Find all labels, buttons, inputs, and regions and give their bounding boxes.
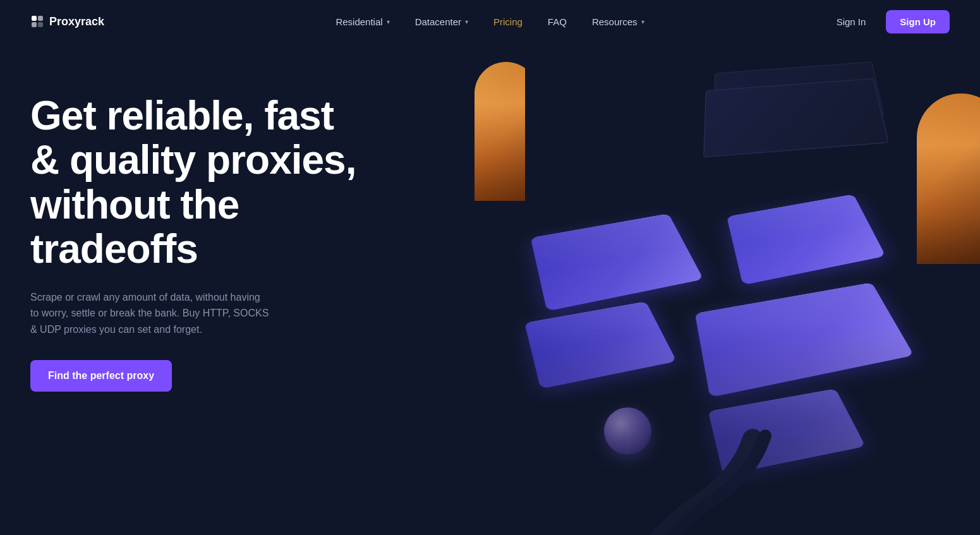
cta-button[interactable]: Find the perfect proxy (30, 360, 172, 392)
navbar: Proxyrack Residential ▾ Datacenter ▾ Pri… (0, 0, 980, 43)
arch-left (475, 62, 525, 201)
nav-residential[interactable]: Residential ▾ (325, 11, 399, 32)
nav-pricing[interactable]: Pricing (483, 11, 533, 32)
hero-3d-scene (361, 43, 980, 535)
arch-right-shape (917, 93, 980, 264)
logo-icon (30, 15, 44, 28)
scene-floor (361, 325, 980, 535)
svg-rect-0 (32, 16, 37, 21)
nav-links: Residential ▾ Datacenter ▾ Pricing FAQ R… (325, 11, 654, 32)
chevron-down-icon: ▾ (387, 18, 390, 25)
nav-faq[interactable]: FAQ (538, 11, 577, 32)
hero-content: Get reliable, fast & quality proxies, wi… (30, 93, 359, 392)
nav-actions: Sign In Sign Up (826, 10, 950, 33)
arch-right (917, 93, 980, 264)
signup-button[interactable]: Sign Up (886, 10, 950, 33)
chevron-down-icon: ▾ (641, 18, 644, 25)
svg-rect-2 (32, 22, 37, 27)
svg-rect-1 (38, 16, 43, 21)
nav-resources[interactable]: Resources ▾ (582, 11, 655, 32)
hero-section: Get reliable, fast & quality proxies, wi… (0, 43, 980, 535)
logo[interactable]: Proxyrack (30, 15, 104, 28)
logo-text: Proxyrack (49, 15, 104, 28)
chevron-down-icon: ▾ (465, 18, 468, 25)
nav-datacenter[interactable]: Datacenter ▾ (405, 11, 478, 32)
hero-subtitle: Scrape or crawl any amount of data, with… (30, 289, 270, 338)
svg-rect-3 (38, 22, 43, 27)
hero-title: Get reliable, fast & quality proxies, wi… (30, 93, 359, 272)
arch-left-shape (475, 62, 525, 201)
signin-button[interactable]: Sign In (826, 11, 876, 32)
